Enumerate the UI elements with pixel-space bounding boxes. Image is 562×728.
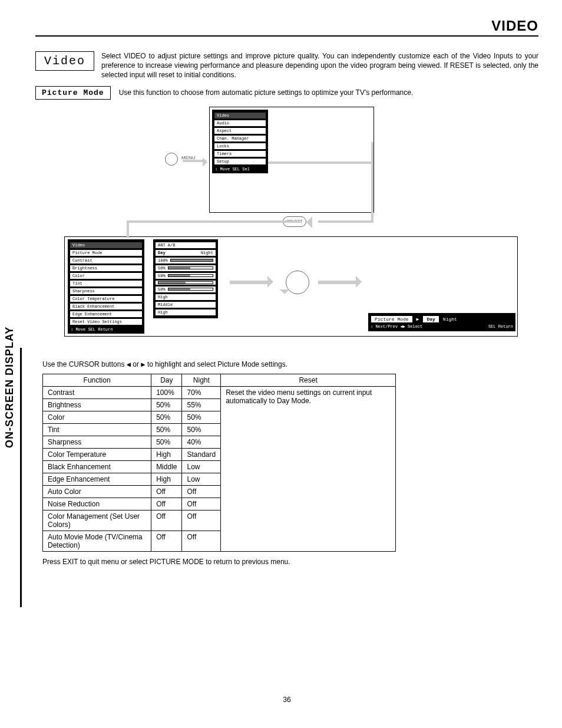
table-header: Function — [43, 374, 151, 386]
connector-line — [268, 162, 373, 164]
footer-instruction: Press EXIT to quit menu or select PICTUR… — [42, 558, 538, 566]
page-title: VIDEO — [35, 18, 538, 37]
osd-value-row — [155, 280, 216, 285]
osd-value-title: ANT A/B — [155, 242, 216, 249]
osd-item: Tint — [70, 280, 143, 287]
pm-osd-label: Picture Mode — [371, 315, 413, 323]
connector-line — [127, 220, 300, 223]
osd-value-row: DayNight — [155, 249, 216, 256]
table-header: Night — [182, 374, 221, 386]
osd-item: Timers — [214, 150, 266, 157]
osd-video-menu: Video Picture Mode Contrast Brightness C… — [68, 239, 144, 334]
table-header: Reset — [221, 374, 396, 386]
osd-item: Audio — [214, 120, 266, 127]
osd-main-menu: Video Audio Aspect Chan. Manager Locks T… — [212, 110, 268, 173]
side-label: ON-SCREEN DISPLAY — [4, 327, 16, 448]
menu-button-icon — [165, 153, 178, 166]
table-row: Contrast100%70%Reset the video menu sett… — [43, 386, 396, 398]
osd-value-row: High — [155, 309, 216, 316]
osd-value-row: 50% — [155, 265, 216, 272]
osd-item: Edge Enhancement — [70, 311, 143, 318]
osd-footer: ↕ Move SEL Sel — [214, 166, 266, 172]
osd-value-row: High — [155, 294, 216, 301]
table-header: Day — [151, 374, 182, 386]
arrow-icon — [280, 289, 289, 299]
osd-item: Picture Mode — [70, 249, 143, 256]
osd-value-row: 50% — [155, 286, 216, 293]
osd-item: Brightness — [70, 265, 143, 272]
osd-item: Sharpness — [70, 288, 143, 295]
picture-mode-text: Use this function to choose from automat… — [119, 88, 414, 97]
osd-footer: ↕ Move SEL Return — [70, 326, 143, 332]
osd-item: Locks — [214, 143, 266, 150]
connector-line — [127, 220, 129, 238]
osd-item: Chan. Manager — [214, 135, 266, 142]
osd-item: Reset Video Settings — [70, 318, 143, 325]
connector-line — [371, 142, 373, 223]
osd-item: Contrast — [70, 257, 143, 264]
osd-item: Video — [214, 112, 266, 119]
page-number: 36 — [35, 696, 538, 704]
osd-values: ANT A/B DayNight 100% 50% 50% 50% High M… — [153, 239, 218, 318]
connector-line — [318, 220, 373, 223]
intro-text: Select VIDEO to adjust picture settings … — [101, 51, 538, 80]
osd-value-row: Middle — [155, 301, 216, 308]
settings-table: Function Day Night Reset Contrast100%70%… — [42, 374, 396, 552]
pm-osd-day: Day — [422, 315, 439, 323]
osd-picture-mode: Picture Mode ▶ Day Night ↕ Next/Prev ◀▶ … — [368, 313, 515, 331]
osd-item: Color — [70, 272, 143, 279]
flow-diagram: MENU Video Audio Aspect Chan. Manager Lo… — [35, 107, 538, 354]
osd-item: Black Enhancement — [70, 303, 143, 310]
arrow-icon — [183, 160, 206, 162]
dpad-icon — [286, 271, 309, 294]
osd-item: Color Temperature — [70, 295, 143, 302]
cursor-instruction: Use the CURSOR buttons ◀ or ▶ to highlig… — [42, 360, 538, 369]
osd-value-row: 100% — [155, 257, 216, 264]
video-box-label: Video — [35, 51, 94, 71]
picture-mode-label: Picture Mode — [35, 86, 111, 100]
osd-item: Aspect — [214, 127, 266, 134]
side-rule — [20, 348, 22, 607]
pm-osd-night: Night — [443, 317, 457, 322]
osd-title: Video — [70, 242, 143, 249]
osd-value-row: 50% — [155, 272, 216, 279]
osd-item: Setup — [214, 158, 266, 165]
